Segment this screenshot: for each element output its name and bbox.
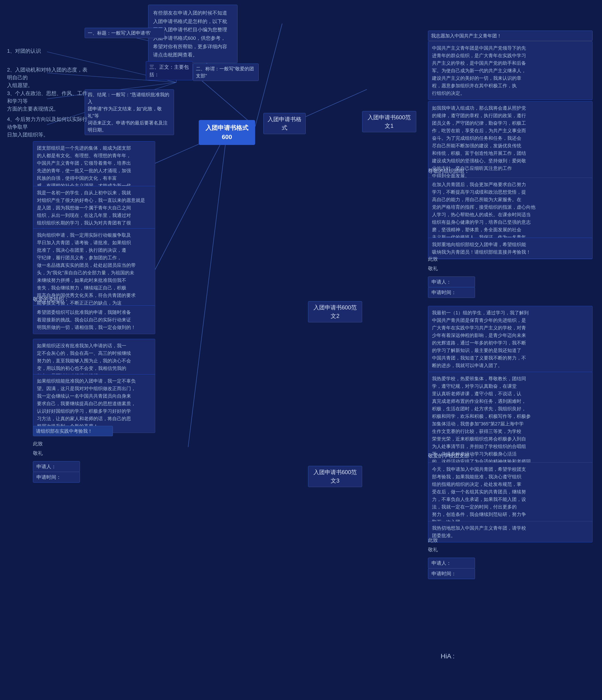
section-format-title: 入团申请书格式 xyxy=(263,113,306,134)
greeting-2-text: 敬爱的党组织： xyxy=(33,296,69,302)
section-2-title: 入团申请书600范文2 xyxy=(308,301,362,322)
section-2-label: 入团申请书600范文2 xyxy=(313,304,357,319)
main-title-node: 三、正文：主要包括： xyxy=(146,61,193,80)
range3-right-text2: 我热爱学校，热爱班集体，尊敬教长，团结同 学，遵守纪规，对学习认真勤奋，在课堂 … xyxy=(428,372,593,476)
left-item-2-text: 2、入团动机和对特入团的态度，表明自己的 入组愿望。 xyxy=(7,67,87,88)
field-2a-text: 申请人： xyxy=(36,464,56,469)
greeting-3: 敬爱的学校团支部： xyxy=(428,452,475,459)
title-c-node: 四、结尾：一般写："恳请组织批准我的入 团申请"作为正文结束，如''此致，敬礼'… xyxy=(85,90,174,135)
left-item-1: 1、对团的认识 xyxy=(7,47,85,55)
main-title-text: 三、正文：主要包括： xyxy=(149,64,189,77)
left-item-2: 2、入团动机和对特入团的态度，表明自己的 入组愿望。 xyxy=(7,66,92,89)
field-2b-text: 申请时间： xyxy=(36,474,61,480)
svg-line-5 xyxy=(188,132,227,447)
salute-3a: 此致 xyxy=(428,536,438,544)
salute-3b: 敬礼 xyxy=(428,546,438,553)
range1-text2-content: 我是一名初一的学生，自从上初中以来，我就 对组织产生了很大的好奇心，我一直以来的… xyxy=(37,190,145,233)
section-3-label: 入团申请书600范文3 xyxy=(313,469,357,484)
salute-3a-text: 此致 xyxy=(428,538,438,543)
left-item-4-text: 4、今后努力方向以及如何以实际行动争取早 日加入团组织等。 xyxy=(7,116,87,138)
title-a-node: 一、标题：一般写'入团申请书' xyxy=(85,28,165,38)
center-node: 入团申请书格式600 xyxy=(199,120,255,145)
range1-text3: 我向组织申请，我一定用实际行动银服争取及 早日加入共青团，请考验，请批准。如果组… xyxy=(33,228,155,317)
field-3b-text: 申请时间： xyxy=(431,571,456,576)
range3-right-text3-content: 今天，我申请加入中国共青团，希望学校团支 部考验我，如果我能批准，我决心遵守组织… xyxy=(432,467,526,524)
field-1b-text: 申请时间： xyxy=(431,290,456,295)
title-a-text: 一、标题：一般写'入团申请书' xyxy=(88,30,151,35)
left-item-3: 3、个人在政治、思想、作风、工作和学习等 方面的主要表现情况。 xyxy=(7,90,92,113)
section-format-label: 入团申请书格式 xyxy=(268,116,302,131)
range2-text1: 希望团委组织可以批准我的申请，我随时准备 着迎接新的挑战。我会以自己的实际行动来… xyxy=(33,305,155,334)
greeting-2: 敬爱的党组织： xyxy=(33,295,69,303)
salute-1b-text: 敬礼 xyxy=(428,266,438,271)
range3-right-text1: 我最初一（1）组的学生，通过学习，我了解到 中国共产青共团是保育青少年的先进组织… xyxy=(428,306,593,372)
svg-line-0 xyxy=(255,24,282,127)
range3-right-text4-content: 我热切地想加入中国共产主义青年团，请学校 团委批准。 xyxy=(432,525,526,538)
right-text4: 我郑重地向组织部组交入团申请，希望组织能 吸纳我为共青团员！请组织部组直接并考验… xyxy=(428,238,593,259)
greeting-1: 尊敬的组织部组： xyxy=(428,167,469,175)
salute-2b-text: 敬礼 xyxy=(33,450,43,456)
field-3a-text: 申请人： xyxy=(431,560,451,566)
salute-3b-text: 敬礼 xyxy=(428,547,438,552)
bottom-note: HiA : xyxy=(441,651,454,661)
greeting-1-text: 尊敬的组织部组： xyxy=(428,168,469,174)
title-b-text: 二、称谓：一般写"敬爱的团支部" xyxy=(196,66,254,78)
field-2a: 申请人： xyxy=(33,461,80,472)
range3-right-text3: 今天，我申请加入中国共青团，希望学校团支 部考验我，如果我能批准，我决心遵守组织… xyxy=(428,462,593,529)
section-1-title: 入团申请书600范文1 xyxy=(362,111,416,132)
bottom-note-text: HiA : xyxy=(441,652,454,660)
volunteer-text1: 中国共产主义青年团是中国共产党领导下的先 进青年的群众组织，是广大青年在实践中学… xyxy=(428,41,593,100)
greeting-3-text: 敬爱的学校团支部： xyxy=(428,453,475,458)
field-3a: 申请人： xyxy=(428,558,475,569)
salute-1a: 此致 xyxy=(428,255,438,263)
salute-2a: 此致 xyxy=(33,440,43,448)
center-label: 入团申请书格式600 xyxy=(206,124,248,141)
salute-1a-text: 此致 xyxy=(428,256,438,261)
range2-text2-content: 如果组织还没有批准我加入申请的话，我一 定不会灰心的，我会在高一、高三的时候继续… xyxy=(37,343,131,378)
range2-text1-content: 希望团委组织可以批准我的申请，我随时准备 着迎接新的挑战。我会以自己的实际行动来… xyxy=(37,310,136,330)
title-c-text: 四、结尾：一般写："恳请组织批准我的入 团申请"作为正文结束，如''此致，敬礼'… xyxy=(88,92,169,132)
volunteer-title: 我志愿加入中国共产主义青年团！ xyxy=(428,31,593,41)
volunteer-text1-content: 中国共产主义青年团是中国共产党领导下的先 进青年的群众组织，是广大青年在实践中学… xyxy=(432,45,526,96)
field-1b: 申请时间： xyxy=(428,287,475,298)
salute-1b: 敬礼 xyxy=(428,265,438,272)
salute-2a-text: 此致 xyxy=(33,441,43,446)
range3-right-text1-content: 我最初一（1）组的学生，通过学习，我了解到 中国共产青共团是保育青少年的先进组织… xyxy=(432,310,529,368)
left-item-4: 4、今后努力方向以及如何以实际行动争取早 日加入团组织等。 xyxy=(7,115,92,139)
section-3-title: 入团申请书600范文3 xyxy=(308,466,362,487)
section-1-label: 入团申请书600范文1 xyxy=(368,114,411,129)
left-item-1-text: 1、对团的认识 xyxy=(7,48,41,54)
field-1a-text: 申请人： xyxy=(431,279,451,284)
field-3b: 申请时间： xyxy=(428,568,475,579)
range2-btn1-text: 请组织部在实践中考验我！ xyxy=(36,428,93,434)
range2-text3-content: 如果组织组能批准我的入团申请，我一定不辜负 望。因满，这只是我对对中组织做改正而… xyxy=(37,378,136,429)
field-2b: 申请时间： xyxy=(33,472,80,482)
range2-btn1[interactable]: 请组织部在实践中考验我！ xyxy=(33,426,113,436)
field-1a: 申请人： xyxy=(428,276,475,287)
range2-text3: 如果组织组能批准我的入团申请，我一定不辜负 望。因满，这只是我对对中组织做改正而… xyxy=(33,374,155,433)
right-text4-content: 我郑重地向组织部组交入团申请，希望组织能 吸纳我为共青团员！请组织部组直接并考验… xyxy=(432,242,531,255)
title-b-node: 二、称谓：一般写"敬爱的团支部" xyxy=(193,64,259,81)
range3-right-text4: 我热切地想加入中国共产主义青年团，请学校 团委批准。 xyxy=(428,521,593,542)
volunteer-title-text: 我志愿加入中国共产主义青年团！ xyxy=(431,33,502,39)
left-item-3-text: 3、个人在政治、思想、作风、工作和学习等 方面的主要表现情况。 xyxy=(7,90,87,112)
salute-2b: 敬礼 xyxy=(33,449,43,457)
